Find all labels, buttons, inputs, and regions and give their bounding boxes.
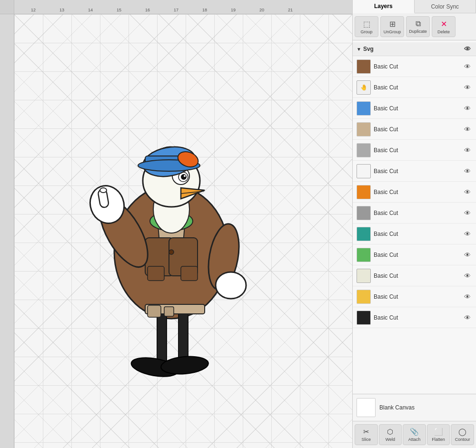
- layer-thumbnail: [357, 269, 371, 283]
- layer-name: Basic Cut: [374, 252, 463, 258]
- layer-name: Basic Cut: [374, 126, 463, 133]
- ungroup-icon: ⊞: [389, 19, 396, 29]
- layer-visibility-toggle[interactable]: 👁: [463, 208, 472, 218]
- layer-thumbnail: [357, 122, 371, 136]
- panel-toolbar: ⬚ Group ⊞ UnGroup ⧉ Duplicate ✕ Delete: [353, 13, 476, 40]
- ruler-tick-15: 15: [117, 8, 121, 12]
- contour-icon: ◯: [458, 428, 466, 436]
- tab-color-sync[interactable]: Color Sync: [415, 0, 476, 13]
- layer-name: Basic Cut: [374, 314, 463, 321]
- app-layout: 12 13 14 15 16 17 18 19 20 21: [0, 0, 476, 448]
- blank-canvas-label: Blank Canvas: [379, 404, 415, 411]
- layer-thumbnail: [357, 206, 371, 220]
- duplicate-button[interactable]: ⧉ Duplicate: [406, 16, 430, 37]
- slice-icon: ✂: [363, 428, 369, 436]
- layer-visibility-toggle[interactable]: 👁: [463, 187, 472, 197]
- duplicate-icon: ⧉: [416, 19, 421, 28]
- layer-row[interactable]: Basic Cut 👁: [353, 224, 476, 244]
- slice-button[interactable]: ✂ Slice: [355, 424, 378, 445]
- layer-name: Basic Cut: [374, 147, 463, 154]
- panel-tabs: Layers Color Sync: [353, 0, 476, 13]
- svg-rect-24: [157, 309, 167, 366]
- ruler-tick-13: 13: [60, 8, 64, 12]
- layer-name: Basic Cut: [374, 293, 463, 300]
- ruler-tick-14: 14: [88, 8, 93, 12]
- flatten-icon: ⬜: [434, 428, 443, 436]
- chevron-down-icon: ▼: [357, 47, 361, 52]
- svg-point-33: [169, 250, 174, 254]
- ruler-tick-19: 19: [231, 8, 236, 12]
- layer-row[interactable]: Basic Cut 👁: [353, 244, 476, 265]
- svg-point-27: [160, 355, 209, 376]
- layer-row[interactable]: 🤚 Basic Cut 👁: [353, 77, 476, 98]
- layer-visibility-toggle[interactable]: 👁: [463, 125, 472, 134]
- svg-rect-30: [164, 307, 174, 316]
- layer-row[interactable]: Basic Cut 👁: [353, 56, 476, 77]
- layer-row[interactable]: Basic Cut 👁: [353, 98, 476, 119]
- layer-visibility-toggle[interactable]: 👁: [463, 250, 472, 260]
- svg-rect-31: [148, 266, 164, 281]
- layer-row[interactable]: Basic Cut 👁: [353, 182, 476, 203]
- group-icon: ⬚: [363, 19, 370, 29]
- layer-thumbnail: [357, 311, 371, 325]
- grid-canvas: [14, 14, 352, 448]
- ungroup-button[interactable]: ⊞ UnGroup: [380, 16, 404, 37]
- layer-name: Basic Cut: [374, 105, 463, 112]
- layer-thumbnail: [357, 185, 371, 199]
- layer-visibility-toggle[interactable]: 👁: [463, 292, 472, 302]
- layer-visibility-toggle[interactable]: 👁: [463, 271, 472, 281]
- layer-thumbnail: [357, 164, 371, 178]
- weld-button[interactable]: ⬡ Weld: [379, 424, 402, 445]
- ruler-tick-20: 20: [259, 8, 264, 12]
- layer-row[interactable]: Basic Cut 👁: [353, 286, 476, 307]
- svg-group-eye[interactable]: 👁: [463, 44, 472, 54]
- layer-name: Basic Cut: [374, 84, 463, 91]
- layer-visibility-toggle[interactable]: 👁: [463, 146, 472, 155]
- layer-thumbnail: [357, 59, 371, 74]
- attach-button[interactable]: 📎 Attach: [403, 424, 426, 445]
- svg-rect-29: [148, 305, 161, 317]
- layer-visibility-toggle[interactable]: 👁: [463, 313, 472, 322]
- ruler-tick-17: 17: [174, 8, 178, 12]
- layer-visibility-toggle[interactable]: 👁: [463, 62, 472, 71]
- attach-icon: 📎: [410, 428, 419, 436]
- layer-thumbnail: 🤚: [357, 80, 371, 95]
- bottom-toolbar: ✂ Slice ⬡ Weld 📎 Attach ⬜ Flatten ◯ Cont…: [353, 421, 476, 448]
- svg-group-header[interactable]: ▼ Svg 👁: [353, 42, 476, 56]
- ruler-left: [0, 14, 14, 448]
- group-button[interactable]: ⬚ Group: [355, 16, 378, 37]
- layer-row[interactable]: Basic Cut 👁: [353, 140, 476, 161]
- tab-layers[interactable]: Layers: [353, 0, 415, 13]
- ruler-top: 12 13 14 15 16 17 18 19 20 21: [14, 0, 352, 14]
- svg-point-10: [216, 272, 246, 299]
- right-panel: Layers Color Sync ⬚ Group ⊞ UnGroup ⧉ Du…: [352, 0, 476, 448]
- layer-thumbnail: [357, 248, 371, 262]
- layer-name: Basic Cut: [374, 210, 463, 216]
- layer-row[interactable]: Basic Cut 👁: [353, 265, 476, 286]
- layer-visibility-toggle[interactable]: 👁: [463, 104, 472, 113]
- svg-point-16: [184, 175, 186, 177]
- layer-name: Basic Cut: [374, 63, 463, 70]
- layer-name: Basic Cut: [374, 168, 463, 175]
- layer-row[interactable]: Basic Cut 👁: [353, 307, 476, 328]
- layer-row[interactable]: Basic Cut 👁: [353, 161, 476, 182]
- duck-svg: [52, 71, 290, 395]
- layer-visibility-toggle[interactable]: 👁: [463, 229, 472, 239]
- layer-visibility-toggle[interactable]: 👁: [463, 83, 472, 92]
- delete-button[interactable]: ✕ Delete: [432, 16, 456, 37]
- flatten-button[interactable]: ⬜ Flatten: [427, 424, 450, 445]
- canvas-area: 12 13 14 15 16 17 18 19 20 21: [0, 0, 352, 448]
- delete-icon: ✕: [441, 19, 447, 29]
- ruler-tick-21: 21: [288, 8, 293, 12]
- layers-list[interactable]: ▼ Svg 👁 Basic Cut 👁 🤚 Basic Cut 👁: [353, 40, 476, 394]
- layer-thumbnail: [357, 290, 371, 304]
- svg-rect-25: [178, 309, 188, 361]
- contour-button[interactable]: ◯ Contour: [451, 424, 474, 445]
- blank-canvas-thumbnail: [357, 398, 376, 417]
- layer-row[interactable]: Basic Cut 👁: [353, 119, 476, 140]
- ruler-tick-18: 18: [202, 8, 207, 12]
- character-image: [52, 71, 290, 395]
- layer-visibility-toggle[interactable]: 👁: [463, 166, 472, 176]
- layer-name: Basic Cut: [374, 273, 463, 279]
- layer-row[interactable]: Basic Cut 👁: [353, 203, 476, 224]
